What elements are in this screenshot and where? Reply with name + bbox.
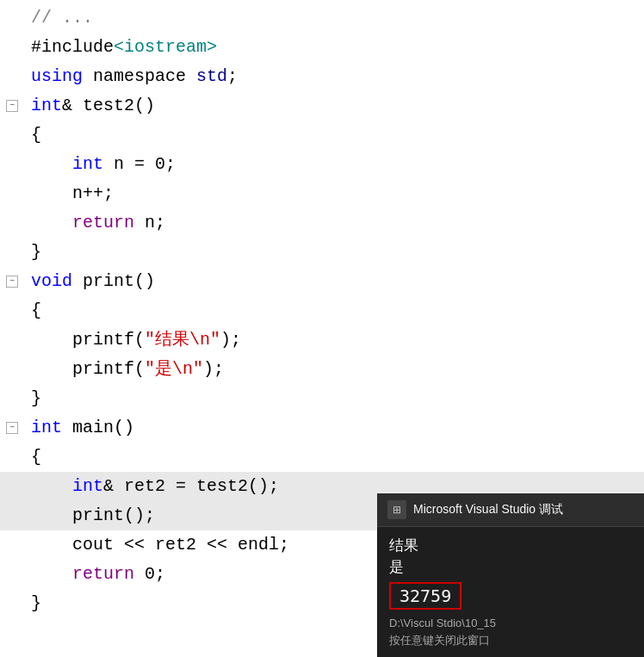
token: n; (134, 213, 165, 232)
popup-header: ⊞ Microsoft Visual Studio 调试 (377, 493, 644, 527)
code-line: return n; (0, 208, 644, 238)
code-content: printf("结果\n"); (24, 325, 644, 355)
token: ); (220, 330, 241, 350)
token: return (72, 564, 134, 584)
code-line: { (0, 296, 644, 325)
token: & test2() (62, 96, 155, 115)
token: int (31, 154, 103, 174)
code-content: int n = 0; (24, 150, 644, 179)
hint-label: 按任意键关闭此窗口 (389, 633, 632, 648)
path-label: D:\Viscul Stdio\10_15 (389, 617, 632, 629)
code-content: // ... (24, 3, 644, 33)
token: 0; (134, 564, 165, 584)
token: cout << ret2 << endl; (31, 535, 289, 555)
token: { (31, 301, 41, 320)
token: int (31, 476, 103, 496)
token: return (72, 213, 134, 232)
token: using (31, 66, 83, 86)
code-content: printf("是\n"); (24, 355, 644, 384)
token (31, 564, 72, 584)
code-content: return n; (24, 208, 644, 238)
token: { (31, 125, 41, 145)
vs-icon: ⊞ (387, 500, 406, 519)
token: "结果\n" (145, 330, 220, 350)
code-content: { (24, 443, 644, 472)
code-content: int main() (24, 413, 644, 443)
token: } (31, 388, 41, 408)
code-line: −int& test2() (0, 91, 644, 121)
token: namespace (83, 66, 196, 86)
token: int (31, 418, 62, 437)
popup-title: Microsoft Visual Studio 调试 (413, 502, 563, 518)
code-line: printf("是\n"); (0, 355, 644, 384)
code-content: { (24, 296, 644, 325)
code-line: #include<iostream> (0, 33, 644, 62)
collapse-button[interactable]: − (6, 276, 18, 288)
token: ... (62, 8, 93, 28)
result-label: 结果 (389, 536, 632, 555)
token: n++; (31, 183, 114, 203)
code-line: −int main() (0, 413, 644, 443)
code-line: } (0, 384, 644, 413)
token: n = (103, 154, 155, 174)
code-content: } (24, 384, 644, 413)
code-line: using namespace std; (0, 62, 644, 91)
collapse-button[interactable]: − (6, 422, 18, 434)
code-content: n++; (24, 179, 644, 208)
code-content: } (24, 238, 644, 267)
token: print() (72, 271, 155, 291)
code-content: int& test2() (24, 91, 644, 121)
code-line: { (0, 443, 644, 472)
token: // (31, 8, 62, 28)
code-content: #include<iostream> (24, 33, 644, 62)
code-content: { (24, 121, 644, 150)
debug-popup: ⊞ Microsoft Visual Studio 调试 结果 是 32759 … (377, 493, 644, 657)
code-editor: // ...#include<iostream>using namespace … (0, 0, 644, 657)
token: } (31, 242, 41, 262)
token: main() (62, 418, 134, 437)
token: print(); (31, 505, 155, 525)
token: } (31, 593, 41, 613)
token: "是\n" (145, 359, 203, 379)
code-line: { (0, 121, 644, 150)
code-line: −void print() (0, 267, 644, 296)
token: std (196, 66, 227, 86)
token (31, 213, 72, 232)
token: printf( (31, 359, 145, 379)
number-box: 32759 (389, 582, 461, 610)
token: ); (203, 359, 224, 379)
collapse-button[interactable]: − (6, 100, 18, 112)
code-line: // ... (0, 3, 644, 33)
token: ; (165, 154, 176, 174)
token: int (31, 96, 62, 115)
token: & ret2 = test2(); (103, 476, 279, 496)
token: 0 (155, 154, 165, 174)
code-line: } (0, 238, 644, 267)
popup-body: 结果 是 32759 D:\Viscul Stdio\10_15 按任意键关闭此… (377, 527, 644, 657)
result-value-label: 是 (389, 557, 632, 577)
token: <iostream> (114, 37, 217, 57)
token: #include (31, 37, 114, 57)
code-line: int n = 0; (0, 150, 644, 179)
code-content: void print() (24, 267, 644, 296)
token: printf( (31, 330, 145, 350)
code-line: printf("结果\n"); (0, 325, 644, 355)
token: { (31, 447, 41, 467)
token: ; (227, 66, 238, 86)
code-line: n++; (0, 179, 644, 208)
code-content: using namespace std; (24, 62, 644, 91)
token: void (31, 271, 72, 291)
